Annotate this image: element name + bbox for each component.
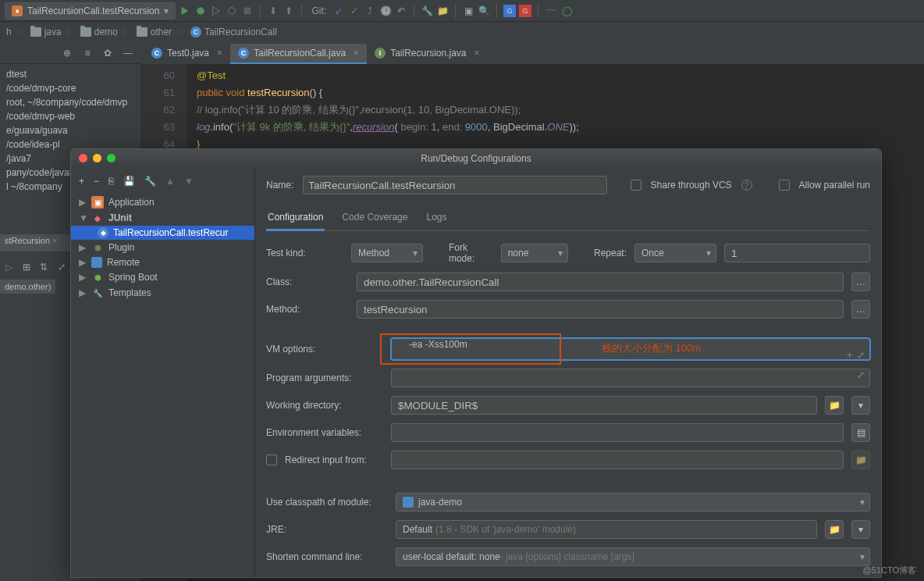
tab-configuration[interactable]: Configuration [266,207,325,231]
classpath-select[interactable]: java-demo [396,493,870,511]
project-item[interactable]: root, ~/8company/code/dmvp [0,95,140,109]
jre-dropdown-button[interactable]: ▾ [851,520,870,539]
tree-item-remote[interactable]: ▶Remote [71,255,254,269]
wrench-icon[interactable]: 🔧 [421,5,433,17]
breadcrumb-item[interactable]: h [6,27,12,37]
sort-icon[interactable]: ⇅ [38,261,50,273]
redirect-checkbox[interactable] [266,454,277,465]
repeat-count-input[interactable] [724,244,870,262]
save-icon[interactable]: 💾 [123,176,135,187]
rerun-icon[interactable]: ▷ [3,261,15,273]
redirect-input[interactable] [391,451,844,469]
add-macro-icon[interactable]: + [847,350,852,361]
git-update-icon[interactable]: ↙ [332,5,345,17]
config-tree[interactable]: ▶▣Application ▼◆JUnit ◆TailRecursionCall… [71,190,254,301]
share-checkbox[interactable] [631,180,641,191]
tree-item-test[interactable]: ◆TailRecursionCall.testRecur [71,226,254,240]
up-icon[interactable]: ▲ [165,176,175,187]
browse-folder-button[interactable]: 📁 [825,396,844,415]
editor-tab[interactable]: ITailRecursion.java× [367,44,487,64]
structure-icon[interactable]: ▣ [462,5,474,17]
expand-icon[interactable]: ⤢ [857,350,865,361]
maximize-window-icon[interactable] [107,154,116,162]
browse-method-button[interactable]: … [851,300,870,319]
minimize-window-icon[interactable] [93,154,101,162]
git-revert-icon[interactable]: ↶ [395,5,407,17]
run-config-selector[interactable]: ♦ TailRecursionCall.testRecursion ▾ [5,2,176,20]
tree-item-junit[interactable]: ▼◆JUnit [71,210,254,226]
prog-args-input[interactable]: ⤢ [391,369,870,387]
close-window-icon[interactable] [79,154,87,162]
env-input[interactable] [391,423,844,442]
fork-mode-select[interactable]: none [501,244,568,262]
coverage-icon[interactable] [210,5,222,17]
workdir-input[interactable] [391,396,817,415]
translate-icon[interactable]: G [503,5,516,17]
browse-redirect-button[interactable]: 📁 [851,451,870,469]
project-item[interactable]: /code/dmvp-core [0,81,140,95]
method-input[interactable] [357,300,844,319]
parallel-checkbox[interactable] [779,180,790,191]
browse-class-button[interactable]: … [851,273,870,291]
breadcrumb-item[interactable]: demo [80,27,118,37]
tree-item-templates[interactable]: ▶🔧Templates [71,285,254,301]
remove-icon[interactable]: − [94,176,99,187]
breadcrumb-item[interactable]: other [137,27,172,37]
main-toolbar: ♦ TailRecursionCall.testRecursion ▾ ⬇ ⬆ … [0,0,924,22]
tree-item-spring[interactable]: ▶⬢Spring Boot [71,269,254,285]
translate2-icon[interactable]: G [519,5,531,17]
repeat-select[interactable]: Once [634,244,716,262]
hide-icon[interactable]: — [122,47,134,59]
stop-icon[interactable] [241,5,254,17]
jre-input[interactable]: Default(1.8 - SDK of 'java-demo' module) [396,520,817,539]
close-icon[interactable]: × [474,48,480,59]
monitor-icon[interactable]: 〰 [545,5,557,17]
debug-icon[interactable] [194,5,207,17]
gear-icon[interactable]: ✿ [101,47,114,59]
down-icon[interactable]: ▼ [184,176,194,187]
folder-icon[interactable]: 📁 [436,5,449,17]
expand-icon[interactable]: ⤢ [857,369,865,380]
workdir-dropdown-button[interactable]: ▾ [851,396,870,415]
tab-coverage[interactable]: Code Coverage [340,207,409,230]
search-icon[interactable]: 🔍 [478,5,490,17]
shorten-select[interactable]: user-local default: none - java [options… [396,547,870,566]
git-commit-icon[interactable]: ✓ [348,5,361,17]
test-kind-select[interactable]: Method [351,244,423,262]
breadcrumb-item[interactable]: java [30,27,62,37]
tree-item-plugin[interactable]: ▶⬢Plugin [71,240,254,255]
browse-jre-button[interactable]: 📁 [825,520,844,539]
project-item[interactable]: e/guava/guava [0,123,140,137]
git-compare-icon[interactable]: ⤴ [364,5,376,17]
env-edit-button[interactable]: ▤ [851,423,870,442]
class-input[interactable] [357,273,844,291]
editor-tab[interactable]: CTailRecursionCall.java× [230,44,367,64]
tab-logs[interactable]: Logs [425,207,448,230]
copy-icon[interactable]: ⎘ [108,176,114,187]
test-result-label[interactable]: demo.other) [0,280,55,294]
profile-icon[interactable] [226,5,238,17]
target-icon[interactable]: ⊕ [61,47,73,59]
tree-item-application[interactable]: ▶▣Application [71,194,254,210]
check-icon[interactable]: ◯ [560,5,573,17]
filter-icon[interactable]: ⊞ [21,261,33,273]
expand-icon[interactable]: ⤢ [56,261,68,273]
help-icon[interactable]: ? [741,180,752,191]
run-icon[interactable] [179,5,191,17]
project-item[interactable]: /code/dmvp-web [0,109,140,123]
editor-tab[interactable]: CTest0.java× [144,44,230,64]
attach-icon[interactable]: ⬆ [283,5,295,17]
close-icon[interactable]: × [217,48,222,59]
project-item[interactable]: dtest [0,67,140,81]
add-icon[interactable]: + [79,176,84,187]
breadcrumbs: h〉 java〉 demo〉 other〉 CTailRecursionCall [0,22,924,42]
build-icon[interactable]: ⬇ [267,5,279,17]
wrench-icon[interactable]: 🔧 [144,176,156,187]
collapse-icon[interactable]: ≡ [81,47,94,59]
git-history-icon[interactable]: 🕐 [379,5,392,17]
close-icon[interactable]: × [354,48,359,59]
breadcrumb-item[interactable]: CTailRecursionCall [190,27,277,37]
run-tab[interactable]: stRecursion × [0,234,70,251]
name-input[interactable] [303,176,607,194]
config-form: Test kind: Method Fork mode: none Repeat… [266,242,870,566]
